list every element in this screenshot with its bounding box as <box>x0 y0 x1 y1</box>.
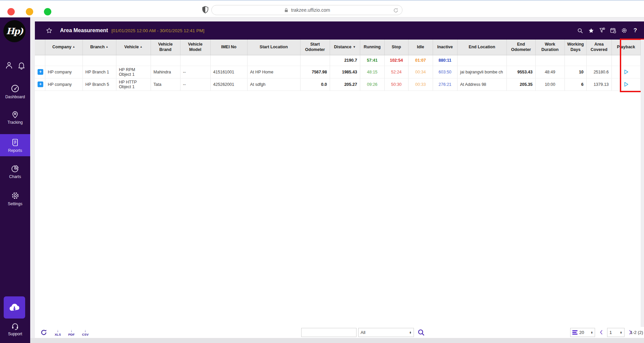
expand-row-button[interactable]: + <box>38 81 43 87</box>
bottom-strip <box>30 338 644 343</box>
area-measurement-table: Company▲ Branch▲ Vehicle▲ Vehicle Brand … <box>35 40 641 91</box>
col-inactive[interactable]: Inactive <box>433 40 457 55</box>
help-icon[interactable]: ? <box>632 27 639 34</box>
col-distance[interactable]: Distance▼ <box>330 40 360 55</box>
cell-idle: 00:34 <box>408 66 433 78</box>
col-company[interactable]: Company▲ <box>45 40 83 55</box>
col-working-days[interactable]: Working Days <box>565 40 586 55</box>
sidebar-item-support[interactable]: Support <box>0 322 30 336</box>
sidebar-item-tracking[interactable]: Tracking <box>0 107 30 127</box>
export-pdf-button[interactable]: ↓ PDF <box>68 329 74 336</box>
cell-vehicle: HP HTTP Object 1 <box>116 78 151 91</box>
lock-icon <box>284 8 289 13</box>
cell-inactive: 276:21 <box>433 78 457 91</box>
export-csv-button[interactable]: ↓ CSV <box>82 329 89 336</box>
col-imei[interactable]: IMEI No <box>210 40 247 55</box>
search-column-select[interactable]: All ▲▼ <box>358 328 414 337</box>
settings-gear-icon[interactable] <box>621 27 628 34</box>
sort-asc-icon: ▲ <box>140 45 143 48</box>
download-icon: ↓ <box>85 329 87 333</box>
col-vehicle-model[interactable]: Vehicle Model <box>180 40 210 55</box>
col-playback[interactable]: Playback <box>611 40 640 55</box>
cell-vehicle-model: -- <box>180 66 210 78</box>
col-stop[interactable]: Stop <box>384 40 408 55</box>
favorite-star-icon[interactable] <box>46 27 53 34</box>
cell-work-duration: 48:49 <box>535 66 565 78</box>
cell-area-covered: 25180.6 <box>586 66 611 78</box>
map-pin-icon <box>11 110 19 119</box>
cell-work-duration: 10:00 <box>535 78 565 91</box>
col-running[interactable]: Running <box>360 40 384 55</box>
tracking-protection-shield-icon[interactable] <box>201 6 209 14</box>
sidebar-item-dashboard[interactable]: Dashboard <box>0 81 30 101</box>
cell-playback <box>611 66 640 78</box>
footer-toolbar: ↓ XLS ↓ PDF ↓ CSV All ▲▼ 20 ▲▼ 1 ▲▼ 1-2 … <box>35 327 644 338</box>
col-start-location[interactable]: Start Location <box>247 40 300 55</box>
schedule-calendar-icon[interactable] <box>610 27 616 34</box>
sidebar: Hp) Dashboard Tracking <box>0 17 30 343</box>
zoom-window-button[interactable] <box>44 8 51 15</box>
cell-branch: HP Branch 5 <box>83 78 116 91</box>
page-title: Area Measurement <box>60 27 108 34</box>
users-icon[interactable] <box>5 61 13 70</box>
table-search-input[interactable] <box>301 328 357 337</box>
play-icon[interactable] <box>623 69 629 75</box>
col-vehicle[interactable]: Vehicle▲ <box>116 40 151 55</box>
cell-imei: 415161001 <box>210 66 247 78</box>
refresh-icon[interactable] <box>40 329 47 336</box>
notifications-bell-icon[interactable] <box>17 61 26 70</box>
cloud-download-button[interactable] <box>4 296 25 319</box>
cell-area-covered: 1379.13 <box>586 78 611 91</box>
summary-stop: 102:54 <box>384 55 408 66</box>
col-end-location[interactable]: End Location <box>457 40 506 55</box>
search-icon[interactable] <box>577 27 583 34</box>
play-icon[interactable] <box>623 81 629 88</box>
cell-vehicle-model: -- <box>180 78 210 91</box>
cell-stop: 52:24 <box>384 66 408 78</box>
col-area-covered[interactable]: Area Covered <box>586 40 611 55</box>
sidebar-item-settings[interactable]: Settings <box>0 188 30 208</box>
minimize-window-button[interactable] <box>26 8 33 15</box>
cell-working-days: 10 <box>565 66 586 78</box>
col-idle[interactable]: Idle <box>408 40 433 55</box>
dashboard-gauge-icon <box>10 84 20 93</box>
col-work-duration[interactable]: Work Duration <box>535 40 565 55</box>
sidebar-item-reports[interactable]: Reports <box>0 134 30 156</box>
cell-inactive: 603:50 <box>433 66 457 78</box>
col-expand <box>35 40 45 55</box>
table-row: + HP company HP Branch 5 HP HTTP Object … <box>35 78 641 91</box>
cell-start-location: At sdfgh <box>247 78 300 91</box>
summary-running: 57:41 <box>360 55 384 66</box>
select-stepper-icon: ▲▼ <box>620 331 622 334</box>
col-start-odometer[interactable]: Start Odometer <box>300 40 330 55</box>
page-number-input[interactable]: 1 ▲▼ <box>607 328 625 337</box>
cell-playback <box>611 78 640 91</box>
cell-vehicle-brand: Mahindra <box>151 66 180 78</box>
rows-per-page-icon <box>572 330 578 335</box>
page-size-select[interactable]: 20 ▲▼ <box>570 328 595 337</box>
prev-page-icon[interactable] <box>598 329 604 335</box>
report-table-area: Company▲ Branch▲ Vehicle▲ Vehicle Brand … <box>35 40 641 338</box>
select-stepper-icon: ▲▼ <box>591 331 593 334</box>
cell-end-location: jai bajrangvli bombe ch <box>457 66 506 78</box>
cell-imei: 425262001 <box>210 78 247 91</box>
export-xls-button[interactable]: ↓ XLS <box>55 329 61 336</box>
company-logo[interactable]: Hp) <box>3 20 25 42</box>
download-icon: ↓ <box>57 329 59 333</box>
address-bar[interactable]: trakzee.uffizio.com <box>211 5 402 15</box>
col-branch[interactable]: Branch▲ <box>83 40 116 55</box>
cell-start-odometer: 0.0 <box>300 78 330 91</box>
cloud-download-icon <box>8 301 20 313</box>
close-window-button[interactable] <box>7 8 15 15</box>
report-date-range[interactable]: [01/01/2025 12:00 AM - 30/01/2025 12:41 … <box>111 28 204 33</box>
expand-row-button[interactable]: + <box>38 69 43 75</box>
col-end-odometer[interactable]: End Odometer <box>506 40 535 55</box>
favorites-star-icon[interactable] <box>588 27 594 34</box>
pie-chart-icon <box>11 164 19 173</box>
gear-icon <box>11 191 20 200</box>
col-vehicle-brand[interactable]: Vehicle Brand <box>151 40 180 55</box>
filter-funnel-icon[interactable] <box>599 27 605 34</box>
sidebar-item-charts[interactable]: Charts <box>0 162 30 181</box>
reload-icon[interactable] <box>393 7 399 13</box>
search-submit-icon[interactable] <box>417 329 425 336</box>
